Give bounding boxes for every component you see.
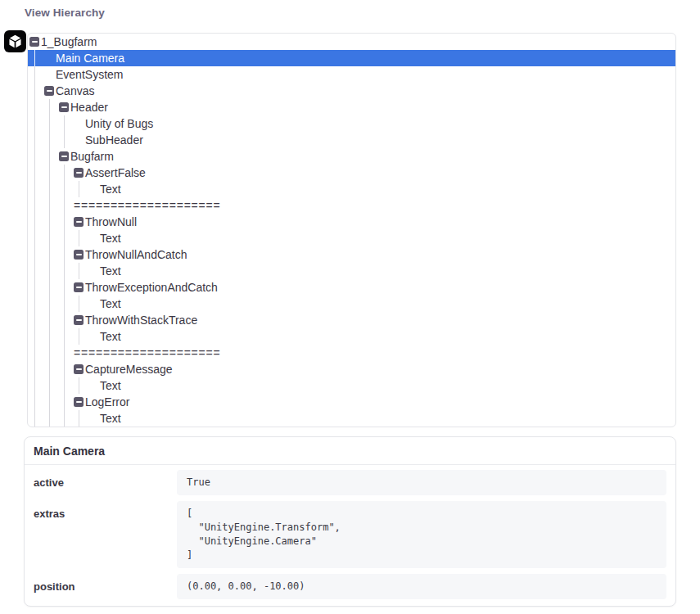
collapse-toggle[interactable] (74, 168, 84, 178)
indent-guide (49, 296, 50, 312)
tree-node-label: AssertFalse (85, 165, 146, 181)
indent-guide (49, 165, 50, 181)
collapse-toggle[interactable] (29, 37, 39, 47)
tree-row[interactable]: Header (28, 99, 675, 115)
property-row: activeTrue (34, 470, 666, 495)
property-value: [ "UnityEngine.Transform", "UnityEngine.… (177, 501, 666, 568)
property-name: active (34, 470, 177, 490)
leaf-spacer (88, 336, 100, 337)
minus-icon (76, 287, 82, 288)
tree-node-label: Main Camera (56, 50, 124, 66)
tree-row[interactable]: SubHeader (28, 132, 675, 148)
tree-row[interactable]: AssertFalse (28, 165, 675, 181)
tree-row[interactable]: Text (28, 328, 675, 345)
indent-guide (34, 246, 35, 263)
indent-guide (64, 230, 65, 246)
indent-guide (49, 263, 50, 279)
minus-icon (61, 106, 67, 108)
indent-guide (34, 361, 35, 377)
indent-guide (79, 181, 79, 197)
indent-guide (34, 328, 35, 345)
tree-row[interactable]: ThrowNull (28, 214, 675, 230)
indent-guide (64, 246, 65, 263)
indent-guide (64, 377, 65, 394)
tree-row[interactable]: LogError (28, 394, 675, 410)
tree-row[interactable]: Text (28, 263, 675, 279)
indent-guide (64, 296, 65, 312)
tree-row[interactable]: CaptureMessage (28, 361, 675, 377)
indent-guide (49, 99, 50, 115)
indent-guide (49, 394, 50, 410)
indent-guide (64, 181, 65, 197)
tree-row[interactable]: Text (28, 181, 675, 197)
collapse-toggle[interactable] (59, 102, 69, 112)
tree-node-label: ThrowWithStackTrace (85, 312, 197, 328)
tree-node-label: ==================== (74, 197, 221, 214)
property-row: position(0.00, 0.00, -10.00) (34, 574, 666, 599)
indent-guide (79, 328, 79, 345)
indent-guide (79, 377, 79, 394)
leaf-spacer (88, 418, 100, 419)
indent-guide (64, 361, 65, 377)
indent-guide (79, 230, 79, 246)
indent-guide (34, 279, 35, 296)
indent-guide (49, 115, 50, 132)
collapse-toggle[interactable] (74, 315, 84, 325)
tree-node-label: LogError (85, 394, 129, 410)
indent-guide (64, 263, 65, 279)
collapse-toggle[interactable] (74, 364, 84, 374)
leaf-spacer (44, 74, 56, 75)
tree-node-label: SubHeader (85, 132, 143, 148)
indent-guide (64, 279, 65, 296)
indent-guide (49, 230, 50, 246)
tree-node-label: Unity of Bugs (85, 115, 153, 132)
indent-guide (64, 214, 65, 230)
indent-guide (49, 312, 50, 328)
indent-guide (49, 410, 50, 427)
indent-guide (34, 165, 35, 181)
minus-icon (76, 221, 82, 223)
minus-icon (76, 172, 82, 174)
tree-row[interactable]: Bugfarm (28, 148, 675, 165)
indent-guide (49, 361, 50, 377)
leaf-spacer (88, 271, 100, 272)
tree-row[interactable]: ThrowNullAndCatch (28, 246, 675, 263)
tree-row[interactable]: ThrowExceptionAndCatch (28, 279, 675, 296)
tree-row[interactable]: Canvas (28, 83, 675, 99)
tree-node-label: 1_Bugfarm (41, 34, 97, 50)
indent-guide (64, 115, 65, 132)
tree-row[interactable]: ThrowWithStackTrace (28, 312, 675, 328)
tree-separator-row[interactable]: ==================== (28, 197, 675, 214)
tree-node-label: Text (100, 181, 121, 197)
tree-row[interactable]: Text (28, 296, 675, 312)
unity-logo-icon (4, 30, 26, 52)
indent-guide (49, 181, 50, 197)
tree-separator-row[interactable]: ==================== (28, 345, 675, 361)
tree-row[interactable]: Main Camera (28, 50, 675, 66)
tree-row[interactable]: Unity of Bugs (28, 115, 675, 132)
tree-node-label: Header (70, 99, 108, 115)
collapse-toggle[interactable] (74, 250, 84, 260)
collapse-toggle[interactable] (74, 217, 84, 227)
indent-guide (34, 50, 35, 66)
minus-icon (76, 401, 82, 403)
indent-guide (64, 132, 65, 148)
collapse-toggle[interactable] (74, 397, 84, 407)
collapse-toggle[interactable] (59, 151, 69, 161)
leaf-spacer (88, 304, 100, 305)
tree-row[interactable]: Text (28, 410, 675, 427)
tree-row[interactable]: 1_Bugfarm (28, 34, 675, 50)
indent-guide (34, 66, 35, 83)
indent-guide (49, 345, 50, 361)
tree-row[interactable]: Text (28, 377, 675, 394)
tree-node-label: Canvas (56, 83, 94, 99)
tree-node-label: Text (100, 296, 121, 312)
collapse-toggle[interactable] (44, 86, 54, 96)
tree-row[interactable]: EventSystem (28, 66, 675, 83)
indent-guide (64, 328, 65, 345)
tree-row[interactable]: Text (28, 230, 675, 246)
property-value: True (177, 470, 666, 495)
indent-guide (34, 377, 35, 394)
collapse-toggle[interactable] (74, 282, 84, 292)
tree-node-label: Text (100, 377, 121, 394)
